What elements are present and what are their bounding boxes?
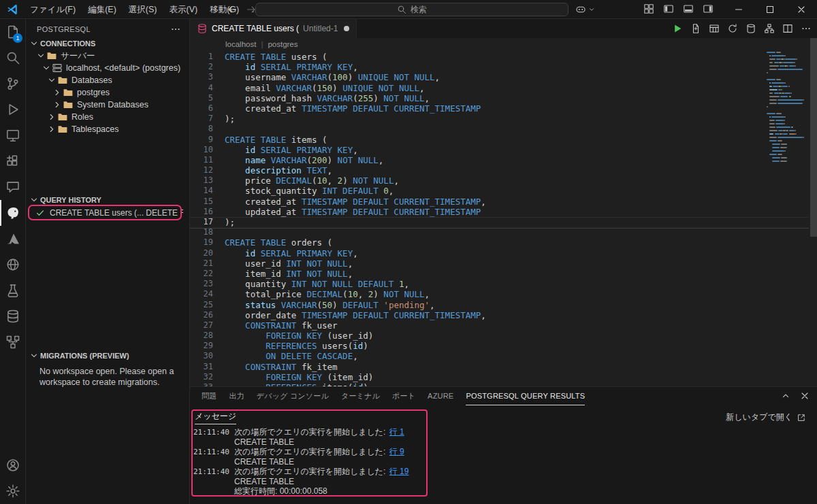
code-line-28[interactable]: 28 FOREIGN KEY (user_id)	[190, 331, 817, 341]
code-line-31[interactable]: 31 CONSTRAINT fk_item	[190, 362, 817, 372]
minimize-window-button[interactable]	[723, 0, 754, 19]
panel-tab-azure[interactable]: AZURE	[428, 387, 453, 405]
editor-scrollbar[interactable]	[810, 38, 817, 237]
open-in-new-tab-button[interactable]: 新しいタブで開く	[726, 411, 806, 423]
code-line-15[interactable]: 15 created_at TIMESTAMP DEFAULT CURRENT_…	[190, 197, 817, 207]
more-actions-button[interactable]	[799, 22, 813, 35]
code-line-19[interactable]: 19CREATE TABLE orders (	[190, 237, 817, 248]
command-center-search[interactable]: 検索	[255, 3, 568, 16]
connections-section-header[interactable]: CONNECTIONS	[26, 37, 189, 50]
code-line-24[interactable]: 24 total_price DECIMAL(10, 2) NOT NULL,	[190, 289, 817, 299]
code-line-3[interactable]: 3 username VARCHAR(100) UNIQUE NOT NULL,	[190, 72, 817, 82]
code-line-20[interactable]: 20 id SERIAL PRIMARY KEY,	[190, 248, 817, 258]
copilot-button[interactable]	[575, 4, 596, 15]
activity-bar-run-debug[interactable]	[0, 97, 26, 122]
tree-item-4[interactable]: System Databases	[26, 99, 189, 111]
tab-untitled-1[interactable]: CREATE TABLE users ( Untitled-1	[190, 19, 357, 38]
tree-item-1[interactable]: localhost, <default> (postgres)	[26, 62, 189, 74]
menu-item[interactable]: 表示(V)	[163, 0, 204, 19]
sidebar-more-actions-button[interactable]	[170, 24, 181, 35]
code-line-2[interactable]: 2 id SERIAL PRIMARY KEY,	[190, 62, 817, 72]
code-line-4[interactable]: 4 email VARCHAR(150) UNIQUE NOT NULL,	[190, 83, 817, 93]
close-panel-button[interactable]	[799, 390, 810, 403]
activity-bar-azure[interactable]	[0, 226, 26, 252]
go-to-line-link[interactable]: 行 1	[389, 426, 404, 438]
activity-bar-settings[interactable]	[0, 478, 26, 504]
navigate-back-button[interactable]	[227, 4, 238, 15]
code-line-5[interactable]: 5 password_hash VARCHAR(255) NOT NULL,	[190, 93, 817, 103]
code-line-6[interactable]: 6 created_at TIMESTAMP DEFAULT CURRENT_T…	[190, 103, 817, 114]
activity-bar-database-projects[interactable]	[0, 303, 26, 329]
activity-bar-accounts[interactable]	[0, 452, 26, 478]
activity-bar-postgresql[interactable]	[0, 200, 26, 226]
panel-tab-terminal[interactable]: ターミナル	[341, 387, 380, 405]
migrations-section-header[interactable]: MIGRATIONS (PREVIEW)	[26, 350, 189, 362]
panel-tab-postgresql-query-results[interactable]: POSTGRESQL QUERY RESULTS	[466, 387, 585, 405]
activity-bar-web[interactable]	[0, 252, 26, 278]
activity-bar-remote-explorer[interactable]	[0, 122, 26, 148]
layout-panel-button[interactable]	[683, 3, 695, 16]
layout-sidebar-right-button[interactable]	[703, 3, 715, 16]
activity-bar-source-control[interactable]	[0, 71, 26, 97]
query-plan-button[interactable]	[763, 22, 776, 35]
panel-tab-output[interactable]: 出力	[229, 387, 244, 405]
code-line-22[interactable]: 22 item_id INT NOT NULL,	[190, 269, 817, 279]
activity-bar-test-lab[interactable]	[0, 278, 26, 303]
tree-item-2[interactable]: Databases	[26, 74, 189, 86]
new-query-button[interactable]	[689, 22, 703, 35]
activity-bar-search[interactable]	[0, 45, 26, 71]
code-line-13[interactable]: 13 price DECIMAL(10, 2) NOT NULL,	[190, 175, 817, 186]
code-line-14[interactable]: 14 stock_quantity INT DEFAULT 0,	[190, 186, 817, 196]
refresh-button[interactable]	[726, 22, 739, 35]
tree-item-6[interactable]: Tablespaces	[26, 123, 189, 135]
code-line-23[interactable]: 23 quantity INT NOT NULL DEFAULT 1,	[190, 279, 817, 289]
code-line-8[interactable]: 8	[190, 124, 817, 134]
menu-item[interactable]: 選択(S)	[123, 0, 163, 19]
layout-sidebar-left-button[interactable]	[663, 3, 675, 16]
code-line-7[interactable]: 7);	[190, 114, 817, 124]
results-grid-button[interactable]	[707, 22, 721, 35]
go-to-line-link[interactable]: 行 9	[389, 446, 404, 458]
activity-bar-chat[interactable]	[0, 174, 26, 200]
code-line-10[interactable]: 10 id SERIAL PRIMARY KEY,	[190, 145, 817, 155]
tree-item-5[interactable]: Roles	[26, 111, 189, 123]
code-line-27[interactable]: 27 CONSTRAINT fk_user	[190, 320, 817, 331]
tree-item-0[interactable]: サーバー	[26, 50, 189, 62]
tree-item-3[interactable]: postgres	[26, 86, 189, 99]
close-window-button[interactable]	[786, 0, 817, 19]
split-editor-button[interactable]	[781, 22, 795, 35]
code-line-25[interactable]: 25 status VARCHAR(50) DEFAULT 'pending',	[190, 300, 817, 310]
code-line-21[interactable]: 21 user_id INT NOT NULL,	[190, 258, 817, 269]
activity-bar-explorer[interactable]: 1	[0, 19, 26, 45]
maximize-panel-button[interactable]	[780, 390, 791, 403]
panel-tab-ports[interactable]: ポート	[392, 387, 415, 405]
modified-indicator[interactable]	[344, 26, 349, 31]
code-line-29[interactable]: 29 REFERENCES users(id)	[190, 341, 817, 351]
code-editor[interactable]: 1CREATE TABLE users (2 id SERIAL PRIMARY…	[190, 50, 817, 386]
maximize-window-button[interactable]	[754, 0, 786, 19]
code-line-9[interactable]: 9CREATE TABLE items (	[190, 135, 817, 145]
panel-tab-problems[interactable]: 問題	[202, 387, 217, 405]
minimap[interactable]	[767, 52, 809, 188]
run-query-button[interactable]	[671, 22, 684, 35]
menu-item[interactable]: 編集(E)	[82, 0, 123, 19]
activity-bar-extensions[interactable]	[0, 148, 26, 174]
breadcrumb-item[interactable]: postgres	[268, 40, 298, 48]
code-line-11[interactable]: 11 name VARCHAR(200) NOT NULL,	[190, 155, 817, 165]
panel-tab-debug-console[interactable]: デバッグ コンソール	[257, 387, 329, 405]
query-history-item[interactable]: CREATE TABLE users (... DELETE RESTRICT.…	[26, 206, 189, 220]
layout-grid-button[interactable]	[643, 3, 656, 16]
code-line-32[interactable]: 32 FOREIGN KEY (item_id)	[190, 372, 817, 382]
database-button[interactable]	[744, 22, 758, 35]
breadcrumb-item[interactable]: localhost	[225, 40, 256, 48]
code-line-16[interactable]: 16 updated_at TIMESTAMP DEFAULT CURRENT_…	[190, 207, 817, 217]
query-history-section-header[interactable]: QUERY HISTORY	[26, 194, 189, 206]
code-line-1[interactable]: 1CREATE TABLE users (	[190, 52, 817, 62]
code-line-30[interactable]: 30 ON DELETE CASCADE,	[190, 351, 817, 361]
menu-item[interactable]: ファイル(F)	[24, 0, 82, 19]
messages-tab[interactable]: メッセージ	[195, 411, 236, 424]
code-line-26[interactable]: 26 order_date TIMESTAMP DEFAULT CURRENT_…	[190, 310, 817, 320]
code-line-12[interactable]: 12 description TEXT,	[190, 165, 817, 175]
go-to-line-link[interactable]: 行 19	[389, 466, 409, 477]
code-line-18[interactable]: 18	[190, 227, 817, 237]
